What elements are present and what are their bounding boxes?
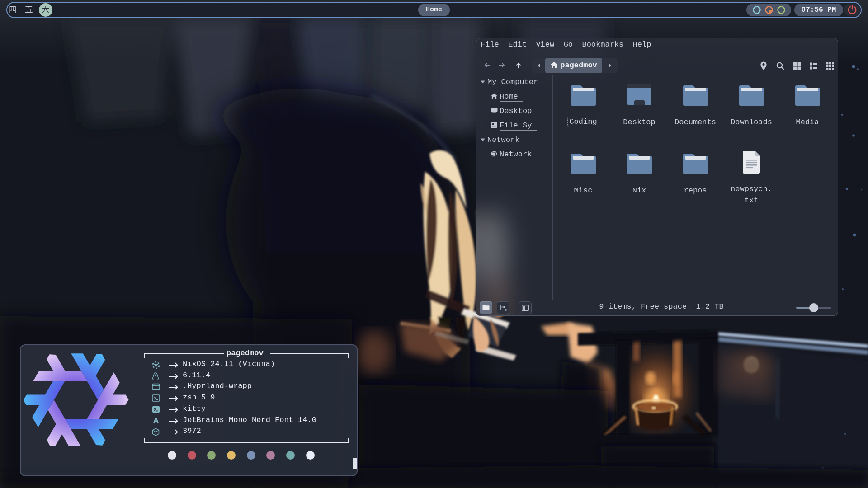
svg-text:A: A <box>153 417 159 425</box>
